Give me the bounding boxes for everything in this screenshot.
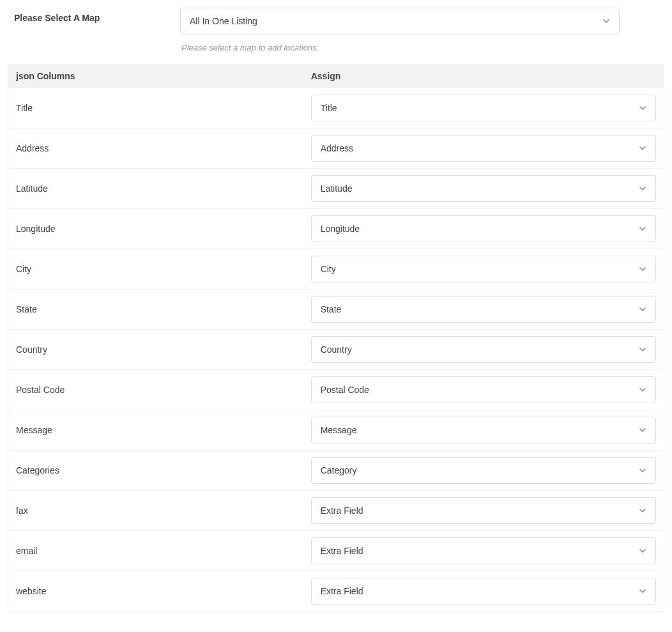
chevron-down-icon	[638, 505, 648, 516]
map-select-row: Please Select A Map All In One Listing P…	[8, 8, 664, 52]
table-row: TitleTitle	[8, 88, 664, 128]
table-row: faxExtra Field	[8, 491, 664, 531]
assign-cell: Country	[303, 330, 664, 370]
assign-cell: Postal Code	[303, 370, 664, 410]
chevron-down-icon	[601, 16, 611, 26]
assign-select[interactable]: Title	[311, 95, 656, 121]
table-row: LatitudeLatitude	[8, 169, 664, 209]
assign-select-value: Extra Field	[321, 505, 363, 516]
map-select[interactable]: All In One Listing	[180, 8, 620, 35]
map-select-value: All In One Listing	[190, 16, 257, 27]
assign-select-value: Extra Field	[321, 546, 363, 557]
assign-select[interactable]: Country	[311, 336, 656, 363]
assign-cell: Extra Field	[303, 531, 664, 571]
assign-select[interactable]: Message	[311, 417, 656, 443]
assign-cell: City	[303, 249, 664, 289]
chevron-down-icon	[638, 103, 648, 113]
table-row: emailExtra Field	[8, 531, 664, 571]
assign-select-value: Country	[321, 344, 352, 355]
assign-select[interactable]: Extra Field	[311, 497, 656, 524]
assign-select-value: Postal Code	[321, 385, 369, 396]
assign-select-value: Category	[321, 465, 357, 476]
assign-select[interactable]: Address	[311, 135, 656, 162]
column-name: City	[8, 249, 303, 289]
column-name: State	[8, 289, 303, 330]
chevron-down-icon	[638, 465, 648, 475]
assign-select-value: State	[321, 304, 342, 315]
assign-cell: Extra Field	[303, 491, 664, 531]
column-name: Postal Code	[8, 370, 303, 410]
column-name: fax	[8, 491, 303, 531]
chevron-down-icon	[638, 143, 648, 153]
column-name: Country	[8, 330, 303, 370]
assign-select[interactable]: Longitude	[311, 215, 656, 242]
assign-cell: Longitude	[303, 209, 664, 249]
chevron-down-icon	[638, 385, 648, 395]
assign-cell: Latitude	[303, 169, 664, 209]
chevron-down-icon	[638, 425, 648, 435]
assign-select[interactable]: State	[311, 296, 656, 323]
table-row: websiteExtra Field	[8, 571, 664, 612]
chevron-down-icon	[638, 586, 648, 596]
map-select-label: Please Select A Map	[8, 8, 180, 23]
assign-cell: Address	[303, 128, 664, 169]
assign-cell: Title	[303, 88, 664, 128]
assign-select-value: Latitude	[321, 183, 353, 194]
assign-select[interactable]: Category	[311, 457, 656, 484]
assign-select[interactable]: City	[311, 256, 656, 282]
column-name: Latitude	[8, 169, 303, 209]
assign-select[interactable]: Extra Field	[311, 578, 656, 605]
chevron-down-icon	[638, 546, 648, 556]
table-row: CityCity	[8, 249, 664, 289]
table-row: Postal CodePostal Code	[8, 370, 664, 410]
column-name: Longitude	[8, 209, 303, 249]
table-row: CountryCountry	[8, 330, 664, 370]
table-row: LongitudeLongitude	[8, 209, 664, 249]
assign-select-value: Title	[321, 103, 337, 114]
assign-cell: State	[303, 289, 664, 330]
column-name: Title	[8, 88, 303, 128]
table-row: CategoriesCategory	[8, 451, 664, 491]
assign-select[interactable]: Extra Field	[311, 537, 656, 564]
column-name: Address	[8, 128, 303, 169]
assign-cell: Extra Field	[303, 571, 664, 612]
column-name: website	[8, 571, 303, 612]
table-row: AddressAddress	[8, 128, 664, 169]
chevron-down-icon	[638, 264, 648, 274]
map-select-control: All In One Listing Please select a map t…	[180, 8, 664, 52]
column-assign-table: json Columns Assign TitleTitleAddressAdd…	[8, 64, 664, 612]
assign-cell: Message	[303, 410, 664, 451]
column-name: email	[8, 531, 303, 571]
table-row: StateState	[8, 289, 664, 330]
assign-cell: Category	[303, 451, 664, 491]
assign-select[interactable]: Latitude	[311, 175, 656, 202]
assign-select[interactable]: Postal Code	[311, 376, 656, 403]
assign-select-value: Message	[321, 425, 357, 436]
chevron-down-icon	[638, 304, 648, 314]
column-name: Categories	[8, 451, 303, 491]
th-json-columns: json Columns	[8, 65, 303, 88]
assign-select-value: Extra Field	[321, 586, 363, 597]
th-assign: Assign	[303, 65, 664, 88]
chevron-down-icon	[638, 224, 648, 234]
assign-select-value: Longitude	[321, 224, 360, 235]
chevron-down-icon	[638, 344, 648, 355]
assign-select-value: City	[321, 264, 336, 275]
map-select-helper: Please select a map to add locations.	[181, 43, 620, 52]
column-name: Message	[8, 410, 303, 451]
chevron-down-icon	[638, 183, 648, 194]
assign-select-value: Address	[321, 143, 353, 154]
table-row: MessageMessage	[8, 410, 664, 451]
